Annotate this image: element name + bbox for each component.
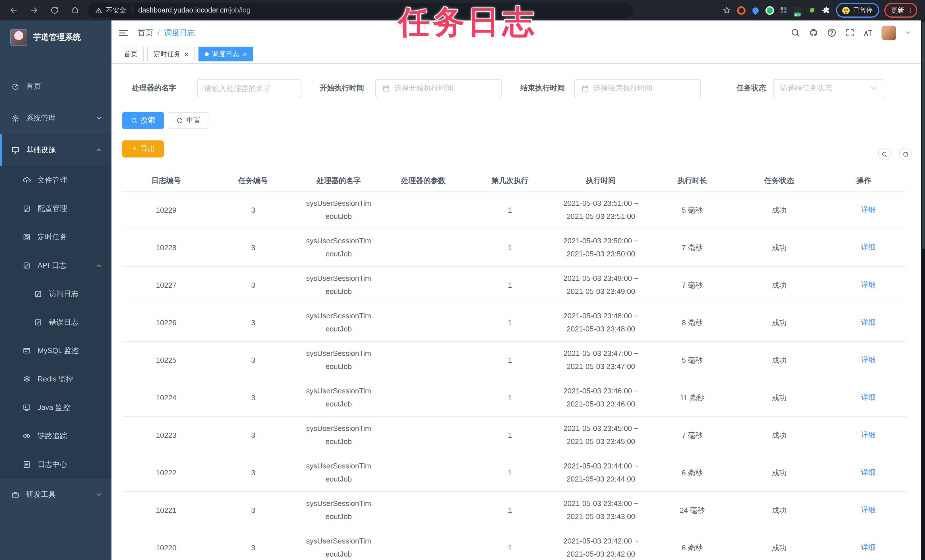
extension-onbox-icon[interactable]: on — [793, 6, 803, 15]
cell-handler-name: sysUserSessionTim eoutJob — [296, 266, 381, 304]
cell-log-id: 10226 — [122, 304, 210, 342]
extensions-puzzle-icon[interactable] — [822, 6, 831, 15]
sidebar-item-access-log[interactable]: 访问日志 — [0, 280, 111, 308]
sidebar-item-api-log[interactable]: API 日志 — [0, 251, 111, 280]
page-tab-首页[interactable]: 首页 — [118, 47, 144, 62]
sidebar-item-redis[interactable]: Redis 监控 — [0, 365, 111, 393]
end-time-picker[interactable]: 选择结束执行时间 — [574, 79, 701, 97]
gear-icon — [11, 114, 20, 122]
detail-link[interactable]: 详细 — [852, 205, 876, 215]
cell-duration: 6 毫秒 — [648, 529, 737, 560]
toggle-search-button[interactable] — [878, 148, 890, 160]
help-icon[interactable] — [827, 28, 836, 38]
edit-icon — [23, 205, 31, 213]
cell-execute-index: 1 — [466, 529, 554, 560]
address-bar[interactable]: 不安全 dashboard.yudao.iocoder.cn/job/log — [87, 3, 634, 18]
refresh-icon — [902, 151, 908, 157]
extension-pin-icon[interactable] — [751, 6, 760, 15]
breadcrumb-home[interactable]: 首页 — [138, 27, 153, 38]
detail-link[interactable]: 详细 — [852, 280, 876, 290]
handler-name-field[interactable] — [204, 84, 295, 92]
extension-leaf-icon[interactable] — [807, 6, 817, 15]
detail-link[interactable]: 详细 — [852, 318, 876, 328]
status-select[interactable]: 请选择任务状态 — [773, 79, 884, 97]
cell-log-id: 10229 — [122, 191, 210, 229]
sidebar-item-job[interactable]: 定时任务 — [0, 223, 111, 251]
handler-name-input[interactable] — [197, 79, 301, 97]
sidebar-item-home[interactable]: 首页 — [0, 71, 111, 102]
cell-job-id: 3 — [210, 229, 296, 266]
search-icon — [881, 151, 887, 157]
app-logo-row[interactable]: 芋道管理系统 — [0, 21, 111, 54]
page-tab-定时任务[interactable]: 定时任务 × — [147, 47, 195, 62]
extension-grid-icon[interactable] — [779, 6, 788, 15]
sidebar-item-system[interactable]: 系统管理 — [0, 102, 111, 134]
cell-status: 成功 — [737, 191, 821, 229]
sidebar-item-error-log[interactable]: 错误日志 — [0, 308, 111, 337]
cell-handler-param — [381, 342, 466, 379]
user-avatar[interactable] — [881, 25, 896, 40]
annotation-title: 任务日志 — [398, 1, 537, 44]
browser-update-button[interactable]: 更新 — [884, 3, 917, 18]
sidebar-item-dev-tools[interactable]: 研发工具 — [0, 479, 111, 510]
back-icon[interactable] — [9, 6, 18, 15]
update-label: 更新 — [891, 6, 904, 15]
extension-orange-icon[interactable] — [737, 6, 746, 15]
sidebar-item-trace[interactable]: 链路追踪 — [0, 422, 111, 450]
font-size-icon[interactable] — [863, 28, 873, 38]
detail-link[interactable]: 详细 — [852, 430, 876, 440]
detail-link[interactable]: 详细 — [852, 355, 876, 365]
url-divider — [132, 6, 133, 14]
close-tab-icon[interactable]: × — [243, 50, 247, 58]
scrollbar-thumb[interactable] — [922, 22, 924, 249]
cell-log-id: 10221 — [122, 491, 210, 529]
detail-link[interactable]: 详细 — [852, 393, 876, 403]
url-host: dashboard.yudao.iocoder.cn — [138, 6, 227, 14]
breadcrumb-separator: / — [158, 29, 160, 37]
sidebar-item-java[interactable]: Java 监控 — [0, 393, 111, 422]
page-tab-调度日志[interactable]: 调度日志 × — [198, 47, 253, 62]
cell-handler-param — [381, 379, 466, 417]
detail-link[interactable]: 详细 — [852, 543, 876, 553]
cell-status: 成功 — [737, 529, 821, 560]
search-button[interactable]: 搜索 — [122, 112, 164, 129]
mysql-icon — [23, 347, 31, 355]
cell-execute-index: 1 — [466, 229, 554, 266]
app-title: 芋道管理系统 — [33, 32, 81, 43]
detail-link[interactable]: 详细 — [852, 242, 876, 253]
home-icon[interactable] — [71, 6, 80, 15]
cell-duration: 24 毫秒 — [648, 491, 737, 529]
header-search-icon[interactable] — [790, 28, 800, 38]
sidebar-item-mysql[interactable]: MySQL 监控 — [0, 337, 111, 365]
refresh-table-button[interactable] — [899, 148, 911, 160]
extension-green-icon[interactable] — [765, 6, 774, 15]
detail-link[interactable]: 详细 — [852, 468, 876, 478]
page-scrollbar[interactable] — [921, 21, 925, 560]
reset-button[interactable]: 重置 — [168, 112, 209, 129]
cell-duration: 11 毫秒 — [648, 379, 737, 417]
sidebar-item-config[interactable]: 配置管理 — [0, 194, 111, 223]
github-icon[interactable] — [808, 28, 818, 38]
profile-status-label: 已暂停 — [853, 6, 873, 15]
bookmark-star-icon[interactable] — [722, 6, 731, 15]
detail-link[interactable]: 详细 — [852, 505, 876, 515]
cell-actions: 详细 — [821, 266, 906, 304]
hamburger-icon[interactable] — [118, 27, 128, 38]
browser-menu-icon[interactable] — [906, 6, 914, 14]
forward-icon[interactable] — [30, 6, 39, 15]
cell-duration: 8 毫秒 — [648, 304, 737, 342]
cell-execute-index: 1 — [466, 191, 554, 229]
status-placeholder: 请选择任务状态 — [780, 83, 869, 93]
user-menu-caret-icon[interactable] — [904, 30, 911, 36]
sidebar-item-file[interactable]: 文件管理 — [0, 166, 111, 194]
close-tab-icon[interactable]: × — [184, 50, 188, 58]
export-button[interactable]: 导出 — [122, 140, 164, 158]
sidebar-item-infra[interactable]: 基础设施 — [0, 134, 111, 166]
start-time-picker[interactable]: 选择开始执行时间 — [375, 79, 502, 97]
browser-profile-chip[interactable]: 已暂停 — [836, 3, 879, 18]
java-icon — [23, 403, 31, 412]
reload-icon[interactable] — [50, 6, 59, 15]
cell-duration: 6 毫秒 — [648, 454, 737, 491]
fullscreen-icon[interactable] — [845, 28, 854, 38]
sidebar-item-log-center[interactable]: 日志中心 — [0, 450, 111, 479]
